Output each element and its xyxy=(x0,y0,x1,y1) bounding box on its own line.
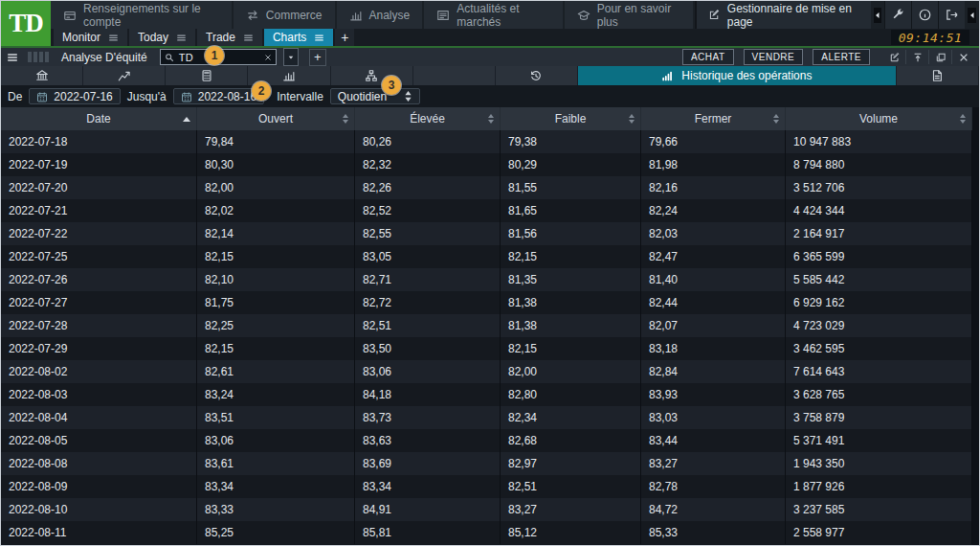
clear-search-icon[interactable] xyxy=(264,54,272,61)
view-segment-active[interactable]: Historique des opérations xyxy=(578,66,897,85)
hamburger-icon[interactable] xyxy=(314,33,324,43)
hamburger-icon[interactable] xyxy=(6,51,19,64)
cell: 82,52 xyxy=(355,199,501,222)
column-header-1[interactable]: Ouvert xyxy=(197,107,355,130)
table-row[interactable]: 2022-07-2682,1082,7181,3581,405 585 442 xyxy=(1,268,972,291)
view-segment-6[interactable] xyxy=(496,66,578,85)
cell: 84,91 xyxy=(355,498,501,521)
cell: 85,12 xyxy=(501,521,641,544)
from-date-input[interactable]: 2022-07-16 xyxy=(29,88,120,104)
panel-grip-icon[interactable] xyxy=(28,52,49,62)
cell: 8 794 880 xyxy=(786,153,972,176)
view-segment-2[interactable] xyxy=(166,66,248,85)
cell: 83,27 xyxy=(641,452,786,475)
cell: 82,10 xyxy=(197,268,355,291)
table-row[interactable]: 2022-07-2982,1583,5082,1583,183 462 595 xyxy=(1,337,972,360)
cell: 7 614 643 xyxy=(786,360,972,383)
logout-icon[interactable] xyxy=(938,1,965,29)
cell: 82,15 xyxy=(501,337,641,360)
menu-item-learn[interactable]: Pour en savoir plus xyxy=(565,1,693,29)
to-date-value: 2022-08-16 xyxy=(198,90,256,103)
menu-item-commerce[interactable]: Commerce xyxy=(234,1,335,29)
table-row[interactable]: 2022-08-0883,6183,6982,9783,271 943 350 xyxy=(1,452,972,475)
cell: 83,05 xyxy=(355,245,501,268)
column-header-5[interactable]: Volume xyxy=(786,107,972,130)
table-row[interactable]: 2022-08-0483,5183,7382,3483,033 758 879 xyxy=(1,406,972,429)
cell: 3 628 765 xyxy=(786,383,972,406)
view-segment-0[interactable] xyxy=(1,66,83,85)
cell: 82,55 xyxy=(355,222,501,245)
buy-button[interactable]: ACHAT xyxy=(682,49,734,65)
table-row[interactable]: 2022-07-2582,1583,0582,1582,476 365 599 xyxy=(1,245,972,268)
column-header-4[interactable]: Fermer xyxy=(641,107,786,130)
cell: 6 365 599 xyxy=(786,245,972,268)
table-row[interactable]: 2022-07-1879,8480,2679,3879,6610 947 883 xyxy=(1,130,972,153)
hamburger-icon[interactable] xyxy=(176,33,187,43)
view-segment-5[interactable] xyxy=(413,66,496,85)
scrollbar-track[interactable] xyxy=(972,107,979,545)
hamburger-icon[interactable] xyxy=(243,33,254,43)
tab-charts[interactable]: Charts xyxy=(264,29,333,46)
symbol-dropdown-button[interactable] xyxy=(283,48,299,66)
collapse-left-icon[interactable] xyxy=(874,8,882,23)
popout-edit-icon[interactable] xyxy=(883,50,905,64)
menu-item-account[interactable]: Renseignements sur le compte xyxy=(51,1,232,29)
column-header-3[interactable]: Faible xyxy=(501,107,641,130)
from-date-value: 2022-07-16 xyxy=(54,90,112,103)
close-icon[interactable] xyxy=(951,50,974,64)
table-row[interactable]: 2022-07-2182,0282,5281,6582,244 424 344 xyxy=(1,199,972,222)
wrench-icon[interactable] xyxy=(884,1,911,29)
tab-label: Monitor xyxy=(62,31,100,44)
sort-down-icon xyxy=(343,120,348,124)
view-segment-8[interactable] xyxy=(897,66,979,85)
menu-item-label: Commerce xyxy=(266,9,323,22)
cell: 81,98 xyxy=(641,153,786,176)
to-date-input[interactable]: 2022-08-16 xyxy=(173,88,264,104)
interval-select[interactable]: Quotidien xyxy=(330,88,420,104)
tab-monitor[interactable]: Monitor xyxy=(54,29,127,46)
table-row[interactable]: 2022-07-2282,1482,5581,5682,032 164 917 xyxy=(1,222,972,245)
collapse-left-edge-icon[interactable] xyxy=(968,8,976,23)
tab-trade[interactable]: Trade xyxy=(197,29,262,46)
cell: 82,07 xyxy=(641,314,786,337)
table-row[interactable]: 2022-08-0383,2484,1882,8083,933 628 765 xyxy=(1,383,972,406)
menu-item-news[interactable]: Actualités et marchés xyxy=(424,1,563,29)
sort-up-icon xyxy=(343,114,348,118)
add-tab-button[interactable]: + xyxy=(335,29,354,46)
table-row[interactable]: 2022-08-0583,0683,6382,6883,445 371 491 xyxy=(1,429,972,452)
tab-today[interactable]: Today xyxy=(129,29,195,46)
cell: 2022-07-25 xyxy=(1,245,197,268)
cell: 82,80 xyxy=(501,383,641,406)
table-row[interactable]: 2022-07-2882,2582,5181,3882,074 723 029 xyxy=(1,314,972,337)
cell: 1 943 350 xyxy=(786,452,972,475)
table-row[interactable]: 2022-08-1185,2585,8185,1285,332 558 977 xyxy=(1,521,972,544)
sort-up-icon xyxy=(773,114,779,118)
cell: 2022-08-05 xyxy=(1,429,197,452)
cell: 82,51 xyxy=(501,475,641,498)
hamburger-icon[interactable] xyxy=(108,33,119,43)
table-row[interactable]: 2022-08-0983,3483,3482,5182,781 877 926 xyxy=(1,475,972,498)
bar-chart-icon xyxy=(349,9,363,22)
alert-button[interactable]: ALERTE xyxy=(813,49,870,65)
table-row[interactable]: 2022-07-2781,7582,7281,3882,446 929 162 xyxy=(1,291,972,314)
column-header-2[interactable]: Élevée xyxy=(355,107,501,130)
column-header-0[interactable]: Date xyxy=(1,107,197,130)
cell: 81,55 xyxy=(501,176,641,199)
table-row[interactable]: 2022-07-2082,0082,2681,5582,163 512 706 xyxy=(1,176,972,199)
info-icon[interactable] xyxy=(911,1,938,29)
sell-button[interactable]: VENDRE xyxy=(744,49,804,65)
cell: 2022-07-26 xyxy=(1,268,197,291)
table-row[interactable]: 2022-07-1980,3082,3280,2981,988 794 880 xyxy=(1,153,972,176)
menu-item-analyse[interactable]: Analyse xyxy=(337,1,423,29)
windows-icon[interactable] xyxy=(928,50,951,64)
layout-manager-button[interactable]: Gestionnaire de mise en page xyxy=(695,1,871,29)
calculator-icon xyxy=(200,69,213,82)
view-segment-1[interactable] xyxy=(83,66,166,85)
cell: 5 585 442 xyxy=(786,268,972,291)
table-row[interactable]: 2022-08-0282,6183,0682,0082,847 614 643 xyxy=(1,360,972,383)
pin-top-icon[interactable] xyxy=(905,50,928,64)
add-symbol-button[interactable]: + xyxy=(309,49,326,66)
column-header-label: Date xyxy=(86,112,110,125)
cell: 3 462 595 xyxy=(786,337,972,360)
table-row[interactable]: 2022-08-1083,3384,9183,2784,723 237 585 xyxy=(1,498,972,521)
